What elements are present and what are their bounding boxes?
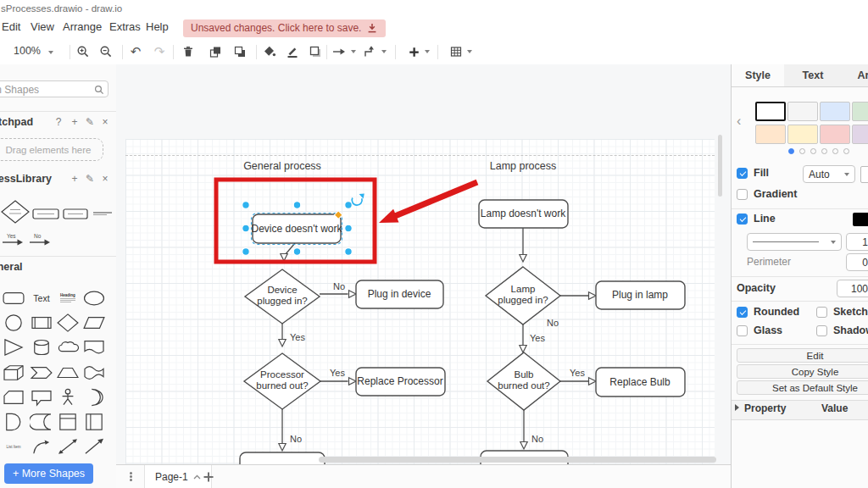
fill-checkbox[interactable] <box>737 168 748 179</box>
chevron-left-icon[interactable]: ‹ <box>737 114 741 129</box>
line-width-input[interactable]: 1 <box>846 233 868 251</box>
menu-arrange[interactable]: Arrange <box>63 20 102 33</box>
delete-button[interactable] <box>178 42 198 61</box>
node-action[interactable]: Replace Bulb <box>596 368 685 396</box>
expand-arrow-icon[interactable] <box>735 404 739 411</box>
line-style-select[interactable] <box>747 233 842 251</box>
fill-color-button[interactable] <box>259 42 280 61</box>
style-swatch[interactable] <box>852 125 868 144</box>
shadow-button[interactable] <box>305 42 326 61</box>
connection-arrow-button[interactable] <box>331 42 348 61</box>
node-action[interactable]: Plug in device <box>356 280 443 308</box>
shape-diamond[interactable] <box>56 313 80 332</box>
node-action[interactable]: Plug in lamp <box>596 281 685 309</box>
shape-process[interactable] <box>30 313 53 332</box>
style-swatch[interactable] <box>820 125 850 144</box>
shape-and[interactable] <box>2 413 25 431</box>
add-icon[interactable]: + <box>69 173 81 185</box>
chevron-down-icon[interactable] <box>351 50 356 53</box>
shape-circle[interactable] <box>2 313 25 332</box>
insert-button[interactable] <box>403 42 424 61</box>
edit-pencil-icon[interactable]: ✎ <box>84 173 96 185</box>
search-input[interactable]: Search Shapes <box>0 80 108 97</box>
set-default-style-button[interactable]: Set as Default Style <box>737 380 868 395</box>
style-swatch[interactable] <box>820 102 850 121</box>
sketch-checkbox[interactable] <box>816 307 827 318</box>
node-start[interactable]: Device doesn't work <box>251 214 342 243</box>
copy-style-button[interactable]: Copy Style <box>737 364 868 379</box>
swatch-page-dot[interactable] <box>821 148 827 154</box>
swatch-page-dot[interactable] <box>810 148 816 154</box>
shape-document[interactable] <box>82 338 106 357</box>
rotate-handle-icon[interactable] <box>352 194 364 206</box>
shape-callout[interactable] <box>30 388 53 407</box>
edit-pencil-icon[interactable]: ✎ <box>84 116 96 128</box>
add-icon[interactable]: + <box>69 116 81 128</box>
line-color-button[interactable] <box>282 42 303 61</box>
scratchpad-dropzone[interactable]: Drag elements here <box>0 138 103 161</box>
chevron-down-icon[interactable] <box>425 50 430 53</box>
menu-edit[interactable]: Edit <box>2 20 20 33</box>
shape-triangle[interactable] <box>2 338 25 357</box>
line-checkbox[interactable] <box>737 214 748 225</box>
shape-step[interactable] <box>30 363 53 382</box>
shape-tape[interactable] <box>82 363 106 382</box>
chevron-down-icon[interactable] <box>467 50 472 53</box>
close-icon[interactable]: × <box>99 116 111 128</box>
style-swatch[interactable] <box>755 125 786 144</box>
shape-vertical-container[interactable] <box>82 413 106 431</box>
tab-arrange[interactable]: Arrange <box>842 64 868 87</box>
edge[interactable] <box>279 243 356 451</box>
to-front-button[interactable] <box>205 42 225 61</box>
tab-text[interactable]: Text <box>784 64 843 87</box>
edit-style-button[interactable]: Edit <box>737 348 868 363</box>
tab-style[interactable]: Style <box>732 64 785 86</box>
close-icon[interactable]: × <box>99 173 111 185</box>
shape-cylinder[interactable] <box>30 338 53 357</box>
opacity-input[interactable]: 100 <box>837 280 868 297</box>
help-icon[interactable]: ? <box>53 116 64 128</box>
zoom-out-button[interactable] <box>96 42 116 61</box>
horizontal-scrollbar[interactable] <box>319 457 716 463</box>
node-decision[interactable]: Bulb burned out? <box>487 352 560 410</box>
zoom-in-button[interactable] <box>73 42 93 61</box>
style-swatch[interactable] <box>787 125 818 144</box>
add-page-button[interactable] <box>203 471 214 483</box>
shape-curve[interactable] <box>30 437 53 456</box>
shape-arrow[interactable] <box>82 437 106 456</box>
library-shape-process[interactable] <box>63 208 88 220</box>
style-swatch[interactable] <box>755 102 786 121</box>
fill-mode-select[interactable]: Auto <box>803 165 855 183</box>
menu-view[interactable]: View <box>31 20 54 33</box>
shape-container[interactable] <box>56 413 80 431</box>
node-decision[interactable]: Lamp plugged in? <box>486 267 560 324</box>
library-shape-text[interactable] <box>93 211 112 217</box>
shape-text[interactable]: Text <box>30 289 53 308</box>
zoom-select[interactable]: 100% <box>14 45 53 57</box>
swatch-page-dot[interactable] <box>832 148 838 154</box>
shape-parallelogram[interactable] <box>82 313 106 332</box>
shape-bidirectional-arrow[interactable] <box>56 437 80 456</box>
style-swatch[interactable] <box>787 102 818 121</box>
glass-checkbox[interactable] <box>737 325 748 336</box>
library-shape-process[interactable] <box>32 208 59 220</box>
shape-actor[interactable] <box>56 388 80 407</box>
shape-rounded-rectangle[interactable] <box>2 289 25 308</box>
library-shape-decision[interactable] <box>1 200 30 224</box>
pages-menu-icon[interactable] <box>130 471 132 482</box>
node-partial[interactable] <box>240 452 325 464</box>
perimeter-input[interactable]: 0 <box>846 253 868 271</box>
shape-data-storage[interactable] <box>30 413 53 431</box>
line-color-swatch[interactable] <box>853 213 868 226</box>
rounded-checkbox[interactable] <box>737 307 748 318</box>
shape-or[interactable] <box>82 388 106 407</box>
unsaved-changes-banner[interactable]: Unsaved changes. Click here to save. <box>183 19 386 37</box>
page-tab[interactable]: Page-1 <box>144 465 212 488</box>
node-decision[interactable]: Device plugged in? <box>245 269 320 324</box>
shape-trapezoid[interactable] <box>56 363 80 382</box>
waypoint-style-button[interactable] <box>361 42 378 61</box>
swatch-page-dot[interactable] <box>799 148 805 154</box>
node-start[interactable]: Lamp doesn't work <box>479 200 568 228</box>
swatch-page-dot[interactable] <box>788 148 794 154</box>
chevron-down-icon[interactable] <box>381 50 387 53</box>
